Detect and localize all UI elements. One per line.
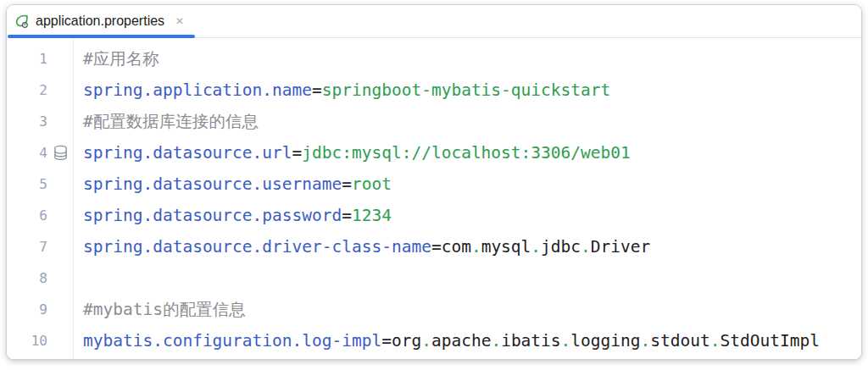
line-number[interactable]: 10 (7, 333, 47, 349)
gutter: 3 (7, 106, 73, 137)
code-segment-plain: StdOutImpl (720, 331, 819, 351)
code-segment-key: spring.datasource.password (83, 206, 342, 225)
code-segment-comment: #mybatis的配置信息 (83, 300, 245, 319)
code-line: 6spring.datasource.password=1234 (7, 200, 861, 231)
editor-tab-bar: application.properties ✕ (7, 5, 861, 38)
gutter: 7 (7, 231, 73, 262)
code-text[interactable]: mybatis.configuration.log-impl=org.apach… (73, 331, 820, 351)
line-number[interactable]: 2 (7, 82, 47, 98)
code-segment-key: spring.datasource.url (83, 143, 292, 163)
code-segment-value: 1234 (352, 206, 392, 225)
code-segment-value: . (531, 237, 541, 257)
code-segment-value: . (471, 237, 481, 257)
gutter: 6 (7, 200, 73, 231)
code-segment-value: . (581, 237, 591, 257)
code-segment-plain: Driver (591, 237, 650, 257)
code-text[interactable]: spring.datasource.driver-class-name=com.… (73, 237, 650, 257)
code-line: 7spring.datasource.driver-class-name=com… (7, 231, 861, 262)
code-line: 1#应用名称 (7, 43, 861, 75)
close-icon[interactable]: ✕ (175, 16, 184, 26)
code-segment-plain: com (442, 237, 471, 257)
code-line: 10mybatis.configuration.log-impl=org.apa… (7, 325, 861, 356)
spring-boot-icon (14, 14, 30, 30)
code-line: 8 (7, 262, 861, 294)
code-segment-value: springboot-mybatis-quickstart (322, 80, 610, 100)
gutter-separator (73, 38, 74, 360)
line-number[interactable]: 3 (7, 113, 47, 130)
code-segment-value: . (641, 331, 651, 351)
code-segment-key: mybatis.configuration.log-impl (83, 331, 381, 351)
code-text[interactable]: #配置数据库连接的信息 (73, 110, 259, 133)
gutter: 2 (7, 75, 73, 106)
editor-window: application.properties ✕ 1#应用名称2spring.a… (6, 4, 862, 360)
database-icon[interactable] (47, 144, 73, 162)
code-segment-eq: = (342, 206, 352, 225)
code-text[interactable]: spring.datasource.username=root (73, 174, 392, 194)
code-segment-plain: org (392, 331, 421, 351)
code-segment-key: spring.datasource.driver-class-name (83, 237, 431, 257)
line-number[interactable]: 8 (7, 270, 47, 286)
editor-area[interactable]: 1#应用名称2spring.application.name=springboo… (7, 38, 861, 360)
code-line: 5spring.datasource.username=root (7, 168, 861, 200)
code-text[interactable]: spring.application.name=springboot-mybat… (73, 80, 610, 100)
line-number[interactable]: 5 (7, 176, 47, 192)
line-number[interactable]: 1 (7, 51, 47, 67)
gutter: 8 (7, 262, 73, 294)
code-segment-eq: = (342, 174, 352, 194)
code-line: 9#mybatis的配置信息 (7, 294, 861, 325)
gutter: 9 (7, 294, 73, 325)
code-segment-plain: jdbc (541, 237, 581, 257)
code-segment-eq: = (312, 80, 322, 100)
line-number[interactable]: 7 (7, 239, 47, 255)
code-text[interactable]: #mybatis的配置信息 (73, 298, 245, 321)
code-segment-value: root (352, 174, 392, 194)
line-list: 1#应用名称2spring.application.name=springboo… (7, 43, 861, 356)
code-segment-plain: mysql (481, 237, 531, 257)
code-line: 2spring.application.name=springboot-myba… (7, 75, 861, 106)
code-segment-value: . (421, 331, 431, 351)
code-segment-key: spring.datasource.username (83, 174, 342, 194)
code-line: 3#配置数据库连接的信息 (7, 106, 861, 137)
code-segment-plain: stdout (650, 331, 709, 351)
line-number[interactable]: 9 (7, 301, 47, 318)
code-segment-comment: #应用名称 (83, 49, 159, 69)
gutter: 1 (7, 43, 73, 75)
code-segment-plain: apache (431, 331, 491, 351)
code-segment-value: . (710, 331, 721, 351)
code-text[interactable]: spring.datasource.url=jdbc:mysql://local… (73, 143, 631, 163)
gutter: 4 (7, 137, 73, 168)
line-number[interactable]: 6 (7, 207, 47, 224)
code-text[interactable]: #应用名称 (73, 47, 159, 70)
tab-application-properties[interactable]: application.properties ✕ (7, 5, 196, 37)
code-segment-eq: = (381, 331, 392, 351)
tab-title: application.properties (36, 14, 164, 29)
gutter: 5 (7, 168, 73, 200)
code-text[interactable]: spring.datasource.password=1234 (73, 206, 392, 225)
code-line: 4 spring.datasource.url=jdbc:mysql://loc… (7, 137, 861, 168)
code-segment-plain: ibatis (501, 331, 560, 351)
line-number[interactable]: 4 (7, 145, 47, 161)
gutter: 10 (7, 325, 73, 356)
code-segment-value: jdbc:mysql://localhost:3306/web01 (302, 143, 630, 163)
code-segment-eq: = (431, 237, 442, 257)
code-segment-comment: #配置数据库连接的信息 (83, 112, 259, 131)
code-segment-value: . (561, 331, 571, 351)
code-segment-plain: logging (570, 331, 640, 351)
code-segment-value: . (491, 331, 501, 351)
code-segment-key: spring.application.name (83, 80, 312, 100)
code-segment-eq: = (292, 143, 303, 163)
